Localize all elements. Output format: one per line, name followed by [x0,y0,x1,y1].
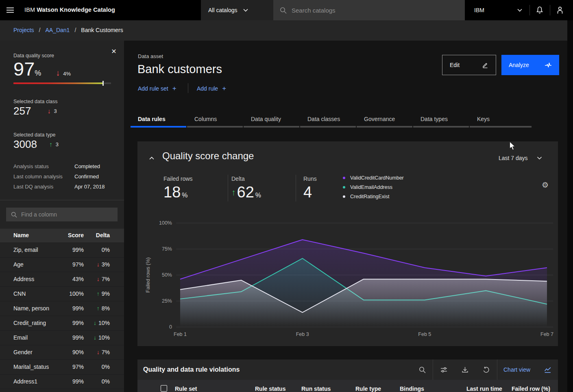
column-search [6,208,118,221]
stat-divider [296,175,296,201]
stat-divider [228,175,228,201]
table-row[interactable]: Address199% 0% [0,374,124,389]
col-header-score[interactable]: Score [53,232,84,238]
find-column-input[interactable] [21,211,111,218]
brand-text: IBM [24,6,35,13]
catalog-search [273,0,465,20]
edit-button[interactable]: Edit [442,55,496,75]
collapse-section-button[interactable] [149,154,155,162]
col-bindings[interactable]: Bindings [400,386,424,392]
quality-score-value: 97 % ↓ 4% [13,58,71,80]
catalog-selector-dropdown[interactable]: All catalogs [201,0,273,20]
date-range-label: Last 7 days [499,155,528,161]
toolbar-divider [497,360,497,380]
date-range-dropdown[interactable]: Last 7 days [499,155,542,161]
table-row[interactable]: Email99% ↓10% [0,330,124,345]
last-dq-analysis-row: Last DQ analysisApr 07, 2018 [13,184,115,190]
breadcrumb-separator: / [74,27,76,33]
chart-view-toggle[interactable]: Chart view [503,366,530,373]
table-row[interactable]: Credit_rating99% ↓10% [0,316,124,330]
filter-settings-button[interactable] [440,366,447,373]
data-type-label: Selected data type [13,132,56,138]
asset-type-label: Data asset [138,53,163,59]
account-dropdown[interactable]: IBM [467,0,529,20]
delta-arrow-icon: ↓ [97,349,100,355]
table-row-partial[interactable]: ↑ [0,389,124,392]
col-failed-row[interactable]: Failed row (%) [512,386,550,392]
svg-text:Failed rows (%): Failed rows (%) [145,258,151,293]
col-header-name[interactable]: Name [13,232,29,238]
tab-keys[interactable]: Keys [470,113,532,128]
table-row[interactable]: Address43% ↓7% [0,272,124,286]
violations-table-header: Rule set Rule status Run status Rule typ… [137,380,558,392]
tab-columns[interactable]: Columns [187,113,243,128]
catalog-selector-label: All catalogs [208,7,237,13]
delta-up-arrow-icon: ↑ [231,188,236,197]
reset-button[interactable] [483,366,489,373]
tab-data-quality[interactable]: Data quality [244,113,299,128]
quality-score-line-chart[interactable]: 100%75%50%25%0Failed rows (%)Feb 1Feb 3F… [137,212,558,346]
close-sidebar-button[interactable]: ✕ [109,46,119,56]
tab-data-rules[interactable]: Data rules [131,113,186,128]
table-row[interactable]: Name, person99% ↑8% [0,301,124,316]
svg-text:25%: 25% [162,298,172,304]
col-rule-status[interactable]: Rule status [255,386,285,392]
data-type-delta-arrow-icon: ↑ [49,141,52,148]
quality-score-change-card: Quality score change Last 7 days Failed … [137,141,558,346]
search-catalogs-input[interactable] [292,7,446,14]
user-profile-button[interactable] [550,0,570,20]
table-row[interactable]: Marital_status97% 0% [0,360,124,374]
search-icon [419,366,426,373]
failed-rows-stat: Failed rows 18% [163,175,193,201]
svg-text:Feb 1: Feb 1 [174,331,187,337]
mouse-cursor [509,141,516,151]
legend-item[interactable]: ValidCreditCardNumber [343,175,404,181]
col-rule-type[interactable]: Rule type [355,386,381,392]
hamburger-menu-button[interactable] [0,0,20,20]
last-column-analysis-row: Last column analysisConfirmed [13,173,115,180]
edit-pencil-icon [482,62,488,68]
svg-text:Feb 3: Feb 3 [296,331,309,337]
breadcrumb-projects-link[interactable]: Projects [13,27,34,33]
add-rule-set-link[interactable]: Add rule set+ [138,84,176,93]
data-class-delta-arrow-icon: ↓ [47,108,50,115]
scrollbar-track[interactable] [567,20,573,392]
legend-item[interactable]: CreditRatingExist [343,194,404,199]
close-icon: ✕ [111,48,116,55]
table-search-button[interactable] [419,366,425,373]
data-type-delta-value: 3 [56,141,59,147]
download-button[interactable] [462,366,468,373]
data-type-value: 3008 ↑ 3 [13,138,59,151]
table-row[interactable]: Gender90% ↓7% [0,345,124,360]
chart-view-icon-button[interactable] [544,366,551,373]
select-all-checkbox[interactable] [161,385,167,392]
link-divider [188,83,188,93]
chevron-down-icon [243,9,248,12]
user-icon [556,6,564,14]
col-rule-set[interactable]: Rule set [175,386,197,392]
notifications-button[interactable] [529,0,550,20]
search-icon [280,7,287,14]
line-chart-icon [544,366,551,373]
tab-data-classes[interactable]: Data classes [300,113,356,128]
quality-score-bar-marker [102,81,104,86]
breadcrumb-project-link[interactable]: AA_Dan1 [45,27,70,33]
col-run-status[interactable]: Run status [301,386,331,392]
col-header-delta[interactable]: Delta [80,232,110,238]
delta-arrow-icon: ↓ [94,320,96,326]
delta-arrow-icon: ↓ [97,261,100,268]
table-row[interactable]: Zip, email99% 0% [0,243,124,257]
add-rule-link[interactable]: Add rule+ [197,84,226,93]
analyze-button[interactable]: Analyze [501,55,559,75]
tab-data-types[interactable]: Data types [413,113,469,128]
product-title: IBM Watson Knowledge Catalog [24,6,115,13]
col-last-run-time[interactable]: Last run time [466,386,502,392]
table-row[interactable]: CNN100% ↑9% [0,286,124,301]
delta-stat: Delta ↑62% [231,175,261,201]
tab-governance[interactable]: Governance [357,113,412,128]
table-row[interactable]: Age97% ↓3% [0,257,124,272]
legend-item[interactable]: ValidEmailAddress [343,184,404,190]
chart-settings-button[interactable]: ⚙ [542,181,549,189]
quality-score-bar-remainder [104,82,111,84]
svg-text:75%: 75% [162,246,172,252]
